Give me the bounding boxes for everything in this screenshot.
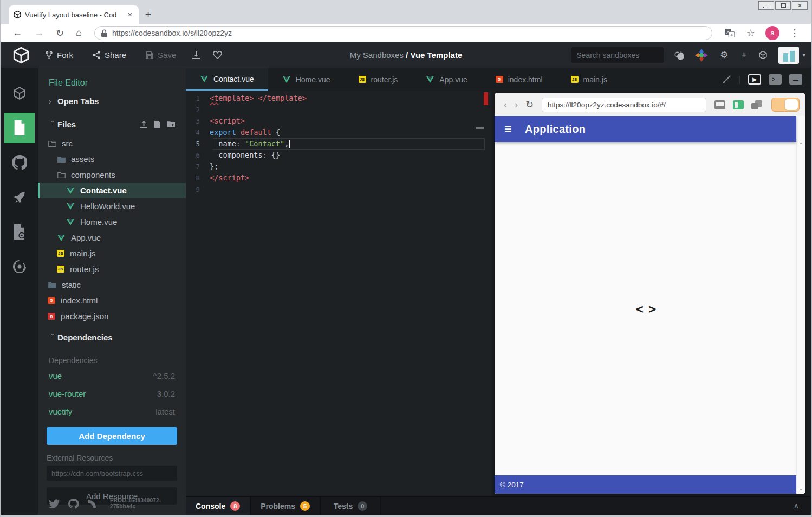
activity-deployment-rocket-icon[interactable] — [4, 182, 35, 212]
console-tab-console[interactable]: Console8 — [186, 497, 251, 515]
window-close-button[interactable]: ✕ — [792, 1, 808, 10]
browser-menu-icon[interactable]: ⋮ — [790, 27, 800, 39]
code-line[interactable]: 3<script> — [186, 115, 491, 127]
back-icon[interactable]: ← — [12, 27, 22, 38]
editor-tab[interactable]: 5index.html — [482, 68, 557, 91]
editor-tab[interactable]: JSmain.js — [557, 68, 621, 91]
fork-button[interactable]: Fork — [46, 50, 73, 60]
spectrum-icon[interactable] — [87, 499, 97, 508]
codesandbox-logo-icon[interactable] — [12, 46, 30, 64]
console-tab-tests[interactable]: Tests0 — [321, 497, 381, 515]
breadcrumb-root[interactable]: My Sandboxes — [350, 50, 404, 60]
preview-toggle-icon[interactable]: ▶ — [748, 74, 761, 85]
preview-scrollbar[interactable]: ▴ ▾ — [796, 139, 805, 494]
dependencies-section[interactable]: › Dependencies — [38, 327, 186, 347]
files-section[interactable]: › Files — [38, 114, 186, 134]
refresh-icon[interactable]: ↻ — [56, 27, 64, 39]
translate-icon[interactable]: Aa — [725, 29, 735, 37]
new-tab-button[interactable]: + — [145, 9, 151, 21]
activity-project-cube-icon[interactable] — [4, 78, 35, 108]
window-minimize-button[interactable] — [758, 1, 774, 10]
address-bar[interactable] — [94, 26, 712, 40]
preview-refresh-icon[interactable]: ↻ — [525, 99, 534, 111]
twitter-icon[interactable] — [49, 499, 60, 508]
split-view-icon[interactable] — [733, 100, 744, 109]
file-tree-item[interactable]: Home.vue — [38, 214, 186, 230]
trending-flame-icon[interactable] — [677, 51, 684, 60]
open-window-icon[interactable] — [751, 100, 762, 109]
browser-tab[interactable]: Vuetify Layout baseline - Cod × — [9, 5, 139, 24]
file-tree-item[interactable]: npackage.json — [38, 308, 186, 324]
new-folder-icon[interactable] — [167, 121, 175, 128]
settings-gear-icon[interactable]: ⚙ — [720, 49, 728, 61]
file-tree-item[interactable]: HelloWorld.vue — [38, 198, 186, 214]
sandbox-search[interactable] — [571, 47, 664, 63]
file-tree-item[interactable]: components — [38, 167, 186, 183]
activity-file-editor-icon[interactable] — [4, 113, 35, 143]
console-expand-icon[interactable]: ∧ — [794, 501, 799, 510]
code-line[interactable]: 6 components: {} — [186, 150, 491, 161]
browser-profile-avatar[interactable]: a — [765, 26, 779, 40]
github-icon[interactable] — [68, 499, 79, 509]
file-tree-item[interactable]: assets — [38, 151, 186, 167]
code-line[interactable]: 2 — [186, 104, 491, 115]
file-tree-item[interactable]: src — [38, 135, 186, 151]
prettier-brush-icon[interactable] — [722, 75, 731, 84]
live-preview-toggle[interactable] — [771, 98, 800, 112]
add-dependency-button[interactable]: Add Dependency — [47, 427, 177, 445]
editor-tab[interactable]: Contact.vue — [186, 68, 268, 91]
browser-view-icon[interactable] — [714, 100, 725, 109]
activity-live-icon[interactable] — [4, 251, 35, 282]
save-button[interactable]: Save — [146, 50, 176, 60]
url-input[interactable] — [112, 29, 705, 37]
file-tree-item[interactable]: static — [38, 277, 186, 293]
dashboard-cube-icon[interactable] — [758, 50, 768, 60]
terminal-icon[interactable]: >_ — [769, 74, 782, 85]
breadcrumb: My Sandboxes / Vue Template — [350, 50, 463, 60]
scroll-down-icon[interactable]: ▾ — [800, 487, 802, 492]
code-line[interactable]: 4export default { — [186, 127, 491, 138]
preview-forward-icon[interactable]: › — [515, 99, 518, 111]
file-tree-item[interactable]: 5index.html — [38, 293, 186, 308]
code-line[interactable]: 7}; — [186, 161, 491, 172]
share-button[interactable]: Share — [93, 50, 126, 60]
search-input[interactable] — [576, 51, 674, 60]
preview-url-input[interactable] — [542, 98, 706, 112]
code-line[interactable]: 1<template> </template> — [186, 93, 491, 104]
dependency-row[interactable]: vuetifylatest — [38, 403, 186, 421]
like-heart-icon[interactable] — [213, 51, 222, 59]
file-tree-item[interactable]: App.vue — [38, 230, 186, 245]
tab-close-icon[interactable]: × — [126, 10, 134, 19]
file-tree-item[interactable]: Contact.vue — [38, 183, 186, 198]
user-menu[interactable]: ▾ — [778, 47, 805, 64]
editor-tab[interactable]: Home.vue — [268, 68, 345, 91]
code-line[interactable]: 8</script> — [186, 172, 491, 184]
bookmark-star-icon[interactable]: ☆ — [746, 27, 755, 39]
code-line[interactable]: 9 — [186, 184, 491, 195]
badge-patron-icon[interactable] — [695, 49, 708, 62]
code-line[interactable]: 5 name: "Contact", — [186, 138, 491, 150]
code-editor[interactable]: 1<template> </template>23<script>4export… — [186, 91, 491, 496]
preview-back-icon[interactable]: ‹ — [504, 99, 507, 111]
new-file-icon[interactable] — [154, 121, 160, 128]
new-sandbox-plus-icon[interactable]: + — [742, 50, 747, 61]
upload-file-icon[interactable] — [140, 121, 147, 128]
external-resource-input[interactable] — [47, 466, 177, 481]
open-tabs-section[interactable]: › Open Tabs — [38, 91, 186, 111]
editor-tab[interactable]: JSrouter.js — [345, 68, 412, 91]
window-maximize-button[interactable] — [775, 1, 791, 10]
home-icon[interactable]: ⌂ — [76, 27, 82, 38]
forward-icon[interactable]: → — [34, 27, 44, 38]
export-download-icon[interactable] — [192, 51, 200, 59]
scroll-up-icon[interactable]: ▴ — [800, 140, 802, 145]
console-tab-problems[interactable]: Problems5 — [251, 497, 321, 515]
activity-configuration-icon[interactable] — [4, 217, 35, 247]
activity-github-icon[interactable] — [4, 147, 35, 178]
file-tree-item[interactable]: JSmain.js — [38, 245, 186, 261]
hamburger-menu-icon[interactable]: ≡ — [504, 121, 512, 137]
console-panel-icon[interactable]: ▬ — [789, 74, 802, 85]
file-tree-item[interactable]: JSrouter.js — [38, 261, 186, 277]
dependency-row[interactable]: vue^2.5.2 — [38, 367, 186, 385]
editor-tab[interactable]: App.vue — [412, 68, 481, 91]
dependency-row[interactable]: vue-router3.0.2 — [38, 385, 186, 403]
